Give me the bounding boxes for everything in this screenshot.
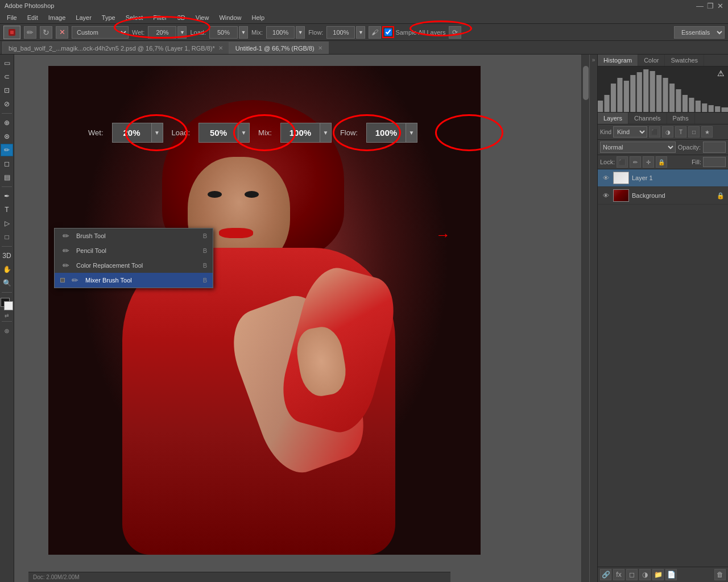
tool-gradient[interactable]: ▤: [1, 171, 13, 184]
layers-fill-input[interactable]: 100%: [703, 157, 726, 167]
panel-collapse-button[interactable]: »: [589, 55, 597, 582]
menu-3d[interactable]: 3D: [173, 13, 190, 22]
layer-1-visibility[interactable]: 👁: [601, 173, 610, 182]
menu-view[interactable]: View: [191, 13, 214, 22]
mixer-flow-value[interactable]: 100%: [366, 123, 406, 143]
lock-pixels-btn[interactable]: ⬛: [617, 156, 628, 168]
load-brush-icon[interactable]: ⟳: [449, 26, 461, 39]
layers-filter-type[interactable]: T: [675, 126, 686, 138]
close-button[interactable]: ✕: [717, 2, 723, 10]
tool-eyedropper[interactable]: ⊘: [1, 98, 13, 110]
swap-colors-icon[interactable]: ⇄: [5, 313, 9, 318]
new-fill-btn[interactable]: ◑: [639, 569, 651, 580]
tab-psd-close[interactable]: ✕: [218, 45, 223, 51]
brush-preset-select[interactable]: Custom: [72, 26, 129, 39]
canvas-scrollbar[interactable]: [581, 55, 589, 582]
layers-filter-smart[interactable]: ★: [701, 126, 713, 138]
layers-filter-shape[interactable]: □: [688, 126, 700, 138]
tool-pen[interactable]: ✒: [1, 190, 13, 202]
restore-button[interactable]: ❐: [707, 2, 714, 10]
lock-all-btn[interactable]: 🔒: [656, 156, 667, 168]
tab-untitled-close[interactable]: ✕: [318, 45, 322, 51]
brush-icon[interactable]: ✏: [24, 26, 36, 39]
tool-lasso[interactable]: ⊂: [1, 70, 13, 83]
add-style-btn[interactable]: fx: [613, 569, 624, 580]
background-visibility[interactable]: 👁: [601, 191, 610, 200]
menu-layer[interactable]: Layer: [71, 13, 96, 22]
flow-dropdown[interactable]: ▼: [356, 26, 365, 39]
flow-input[interactable]: [326, 26, 355, 39]
toggle-icon[interactable]: ↻: [40, 26, 52, 39]
load-input[interactable]: [209, 26, 238, 39]
tool-shape[interactable]: □: [1, 231, 13, 243]
tab-paths[interactable]: Paths: [667, 113, 695, 124]
layers-kind-select[interactable]: Kind: [613, 126, 647, 138]
airbrush-icon[interactable]: 🖌: [369, 26, 381, 39]
tab-swatches[interactable]: Swatches: [665, 55, 704, 66]
menu-edit[interactable]: Edit: [23, 13, 43, 22]
minimize-button[interactable]: —: [696, 2, 704, 10]
lock-position-btn[interactable]: ✛: [643, 156, 654, 168]
tool-zoom[interactable]: 🔍: [1, 277, 13, 289]
scrollbar-thumb[interactable]: [583, 66, 589, 100]
color-replacement-item[interactable]: ✏ Color Replacement Tool B: [55, 258, 213, 273]
tab-channels[interactable]: Channels: [628, 113, 667, 124]
add-mask-btn[interactable]: ◻: [626, 569, 638, 580]
essentials-select[interactable]: Essentials: [674, 26, 725, 39]
pencil-tool-item[interactable]: ✏ Pencil Tool B: [55, 243, 213, 258]
wet-dropdown[interactable]: ▼: [177, 26, 187, 39]
new-group-btn[interactable]: 📁: [652, 569, 664, 580]
menu-type[interactable]: Type: [97, 13, 120, 22]
delete-layer-btn[interactable]: 🗑: [714, 569, 726, 580]
layers-opacity-input[interactable]: 100%: [703, 142, 726, 153]
layer-item-background[interactable]: 👁 Background 🔒: [598, 187, 728, 205]
background-color[interactable]: [4, 301, 13, 310]
menu-window[interactable]: Window: [214, 13, 246, 22]
tool-crop[interactable]: ⊡: [1, 84, 13, 97]
tool-quick-mask[interactable]: ◎: [1, 325, 13, 337]
menu-file[interactable]: File: [2, 13, 22, 22]
tab-untitled[interactable]: Untitled-1 @ 66,7% (RGB/8) ✕: [229, 41, 329, 54]
layer-item-1[interactable]: 👁 Layer 1: [598, 169, 728, 187]
tab-histogram[interactable]: Histogram: [598, 55, 638, 66]
layers-blend-select[interactable]: Normal: [600, 142, 676, 153]
mix-dropdown[interactable]: ▼: [296, 26, 305, 39]
link-layers-btn[interactable]: 🔗: [600, 569, 611, 580]
mixer-wet-value[interactable]: 20%: [112, 123, 152, 143]
tab-layers[interactable]: Layers: [598, 113, 628, 124]
tool-eraser[interactable]: ◻: [1, 157, 13, 170]
layers-filter-adjust[interactable]: ◑: [662, 126, 673, 138]
wet-input[interactable]: [148, 26, 176, 39]
menu-select[interactable]: Select: [121, 13, 148, 22]
sample-all-checkbox[interactable]: [384, 28, 392, 36]
lock-image-btn[interactable]: ✏: [630, 156, 641, 168]
menu-help[interactable]: Help: [247, 13, 270, 22]
mixer-mix-arrow[interactable]: ▼: [320, 123, 332, 143]
mix-input[interactable]: [266, 26, 295, 39]
new-layer-btn[interactable]: 📄: [665, 569, 677, 580]
mixer-mix-value[interactable]: 100%: [280, 123, 320, 143]
mixer-load-value[interactable]: 50%: [198, 123, 238, 143]
tool-stamp[interactable]: ⊛: [1, 130, 13, 143]
tool-healing[interactable]: ⊕: [1, 117, 13, 129]
mixer-flow-arrow[interactable]: ▼: [406, 123, 417, 143]
mixer-load-arrow[interactable]: ▼: [238, 123, 250, 143]
tool-path[interactable]: ▷: [1, 217, 13, 230]
tool-marquee[interactable]: ▭: [1, 57, 13, 69]
menu-filter[interactable]: Filter: [148, 13, 171, 22]
mixer-wet-arrow[interactable]: ▼: [152, 123, 163, 143]
layers-filter-pixel[interactable]: ⬛: [649, 126, 660, 138]
tab-psd[interactable]: big_bad_wolf_2_...magik...ock-d4h2vn5 2.…: [2, 41, 229, 54]
tool-brush[interactable]: ✏: [1, 144, 13, 156]
tool-3d[interactable]: 3D: [1, 250, 13, 262]
tool-preset-icon[interactable]: [3, 26, 20, 39]
tool-text[interactable]: T: [1, 203, 13, 216]
menu-image[interactable]: Image: [44, 13, 71, 22]
tab-color[interactable]: Color: [638, 55, 665, 66]
scrollbar-track[interactable]: [582, 55, 589, 582]
load-dropdown[interactable]: ▼: [239, 26, 248, 39]
brush-tool-item[interactable]: ✏ Brush Tool B: [55, 228, 213, 243]
tool-hand[interactable]: ✋: [1, 263, 13, 276]
cancel-icon[interactable]: ✕: [56, 26, 68, 39]
mixer-brush-item[interactable]: ✏ Mixer Brush Tool B: [55, 273, 213, 288]
